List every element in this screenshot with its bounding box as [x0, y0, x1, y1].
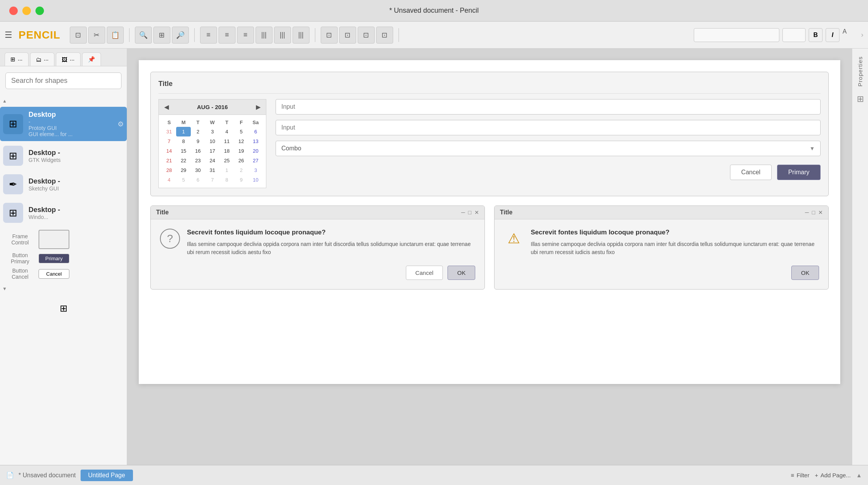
cal-day-20[interactable]: 20 [249, 146, 263, 156]
cal-day-28[interactable]: 28 [162, 165, 176, 175]
distribute-h-button[interactable]: ||| [256, 27, 273, 44]
align-left-button[interactable]: ≡ [200, 27, 217, 44]
cal-day-10-next[interactable]: 10 [249, 175, 263, 185]
sidebar-tab-images[interactable]: 🖼 ··· [56, 52, 81, 66]
align-center-button[interactable]: ≡ [219, 27, 236, 44]
cal-next-button[interactable]: ▶ [256, 103, 261, 111]
cal-day-16[interactable]: 16 [191, 146, 205, 156]
sidebar-tab-shapes[interactable]: ⊞ ··· [5, 52, 29, 66]
cal-day-12[interactable]: 12 [234, 136, 248, 146]
combo-field[interactable]: Combo ▼ [276, 141, 821, 156]
gear-icon-1[interactable]: ⚙ [118, 120, 124, 128]
minimize-button[interactable] [22, 7, 31, 15]
dialog-1-close-icon[interactable]: ✕ [474, 209, 479, 216]
cal-day-7-next[interactable]: 7 [205, 175, 219, 185]
cal-day-4[interactable]: 4 [220, 127, 234, 136]
cal-day-31[interactable]: 31 [205, 165, 219, 175]
format-4-button[interactable]: ⊡ [376, 27, 393, 44]
thumb-cancel-preview[interactable]: Cancel [39, 269, 69, 279]
cal-day-10[interactable]: 10 [205, 136, 219, 146]
thumb-primary-preview[interactable]: Primary [39, 254, 69, 263]
underline-button[interactable]: A [843, 28, 856, 42]
cut-button[interactable]: ✂ [88, 27, 105, 44]
cal-day-9-next[interactable]: 9 [234, 175, 248, 185]
shape-item-desktop-windows[interactable]: ⊞ Desktop - Windo... [0, 199, 127, 227]
cal-day-8[interactable]: 8 [176, 136, 190, 146]
page-tab-untitled[interactable]: Untitled Page [81, 470, 133, 481]
format-3-button[interactable]: ⊡ [358, 27, 375, 44]
category-expand-bottom[interactable]: ▼ [0, 283, 127, 295]
dialog-1-ok-button[interactable]: OK [447, 266, 475, 280]
font-selector[interactable]: Arial [694, 28, 779, 42]
cal-day-29[interactable]: 29 [176, 165, 190, 175]
cal-day-23[interactable]: 23 [191, 156, 205, 165]
align-right-button[interactable]: ≡ [237, 27, 254, 44]
cal-day-5-next[interactable]: 5 [176, 175, 190, 185]
cal-day-9[interactable]: 9 [191, 136, 205, 146]
cal-day-2-next[interactable]: 2 [234, 165, 248, 175]
filter-button[interactable]: ≡ Filter [791, 472, 809, 478]
cal-day-13[interactable]: 13 [249, 136, 263, 146]
cal-day-31-prev[interactable]: 31 [162, 127, 176, 136]
add-page-button[interactable]: + Add Page... [815, 472, 851, 478]
italic-button[interactable]: I [826, 28, 839, 42]
shape-item-desktop-sketchy[interactable]: ✒ Desktop - Sketchy GUI [0, 170, 127, 198]
cal-day-1-next[interactable]: 1 [220, 165, 234, 175]
cal-day-26[interactable]: 26 [234, 156, 248, 165]
input-field-1[interactable] [276, 99, 821, 115]
cal-day-3[interactable]: 3 [205, 127, 219, 136]
input-field-2[interactable] [276, 120, 821, 135]
maximize-button[interactable] [35, 7, 44, 15]
cal-day-25[interactable]: 25 [220, 156, 234, 165]
cancel-button[interactable]: Cancel [730, 165, 772, 180]
cal-day-1[interactable]: 1 [176, 127, 190, 136]
cal-day-24[interactable]: 24 [205, 156, 219, 165]
cal-day-4-next[interactable]: 4 [162, 175, 176, 185]
cal-day-5[interactable]: 5 [234, 127, 248, 136]
cal-day-27[interactable]: 27 [249, 156, 263, 165]
cal-day-6[interactable]: 6 [249, 127, 263, 136]
all-shapes-button[interactable]: ⊞ [54, 298, 74, 318]
zoom-out-button[interactable]: 🔎 [172, 27, 189, 44]
dialog-2-minimize-icon[interactable]: ─ [805, 209, 809, 216]
cal-day-3-next[interactable]: 3 [249, 165, 263, 175]
category-header[interactable]: ▲ [0, 95, 127, 107]
cal-day-19[interactable]: 19 [234, 146, 248, 156]
shape-item-desktop-proto[interactable]: ⊞ Desktop - Prototy GUI GUI eleme... for… [0, 107, 127, 141]
cal-day-11[interactable]: 11 [220, 136, 234, 146]
cal-prev-button[interactable]: ◀ [164, 103, 169, 111]
hamburger-icon[interactable]: ☰ [5, 30, 12, 40]
cal-day-21[interactable]: 21 [162, 156, 176, 165]
sidebar-tab-collection[interactable]: 🗂 ··· [30, 52, 55, 66]
font-size-input[interactable]: 15 [782, 28, 806, 42]
distribute-v-button[interactable]: ||| [274, 27, 291, 44]
copy-button[interactable]: ⊡ [70, 27, 87, 44]
toolbar-expand-icon[interactable]: › [861, 31, 863, 39]
cal-day-30[interactable]: 30 [191, 165, 205, 175]
dialog-2-ok-button[interactable]: OK [791, 266, 819, 280]
cal-day-6-next[interactable]: 6 [191, 175, 205, 185]
close-button[interactable] [9, 7, 18, 15]
format-1-button[interactable]: ⊡ [321, 27, 338, 44]
page-dropdown-icon[interactable]: ▲ [856, 472, 862, 478]
primary-button[interactable]: Primary [777, 165, 821, 180]
cal-day-2[interactable]: 2 [191, 127, 205, 136]
properties-settings-icon[interactable]: ⊞ [857, 94, 864, 104]
dialog-1-maximize-icon[interactable]: □ [468, 209, 471, 216]
dialog-1-minimize-icon[interactable]: ─ [461, 209, 465, 216]
distribute-button[interactable]: ||| [293, 27, 310, 44]
cal-day-8-next[interactable]: 8 [220, 175, 234, 185]
cal-day-15[interactable]: 15 [176, 146, 190, 156]
dialog-2-close-icon[interactable]: ✕ [818, 209, 823, 216]
dialog-2-maximize-icon[interactable]: □ [812, 209, 815, 216]
zoom-in-button[interactable]: 🔍 [135, 27, 152, 44]
cal-day-18[interactable]: 18 [220, 146, 234, 156]
zoom-fit-button[interactable]: ⊞ [153, 27, 170, 44]
cal-day-14[interactable]: 14 [162, 146, 176, 156]
cal-day-22[interactable]: 22 [176, 156, 190, 165]
canvas-area[interactable]: Title ◀ AUG - 2016 ▶ S [127, 49, 852, 465]
paste-button[interactable]: 📋 [107, 27, 124, 44]
shape-item-desktop-gtk[interactable]: ⊞ Desktop - GTK Widgets [0, 142, 127, 170]
search-input[interactable] [5, 72, 121, 89]
cal-day-7[interactable]: 7 [162, 136, 176, 146]
